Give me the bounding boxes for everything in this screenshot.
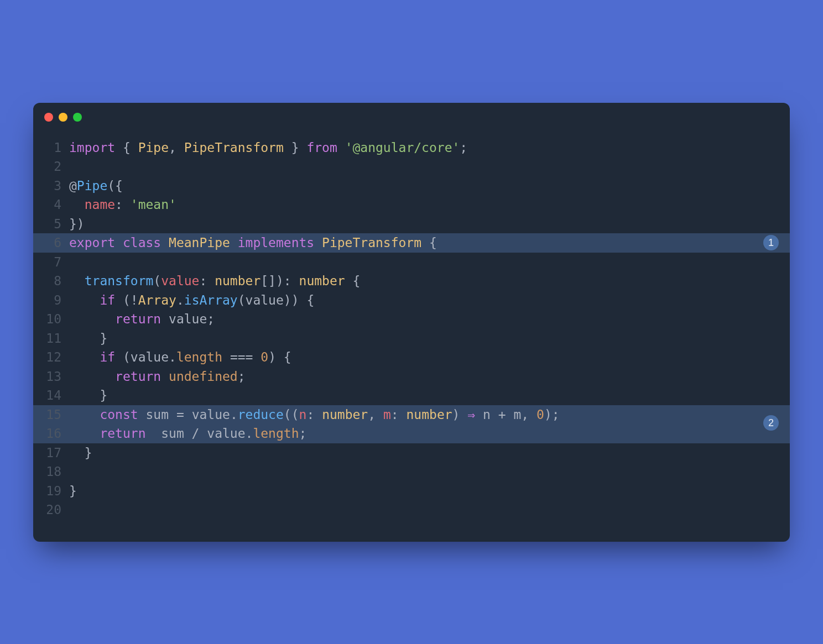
minimize-button[interactable] — [59, 113, 67, 122]
window-titlebar — [33, 103, 790, 127]
line-content: return undefined; — [69, 367, 790, 386]
line-content: } — [69, 329, 790, 348]
code-line-highlighted: 16 return sum / value.length; — [33, 424, 790, 443]
line-number: 19 — [33, 481, 69, 501]
code-line: 8 transform(value: number[]): number { — [33, 271, 790, 291]
line-number: 20 — [33, 500, 69, 520]
line-number: 18 — [33, 462, 69, 481]
code-line: 5 }) — [33, 214, 790, 234]
line-content: import { Pipe, PipeTransform } from '@an… — [69, 138, 790, 158]
line-content: name: 'mean' — [69, 195, 790, 214]
line-content: return value; — [69, 310, 790, 329]
line-content: export class MeanPipe implements PipeTra… — [69, 233, 790, 253]
line-content: }) — [69, 214, 790, 234]
code-line: 10 return value; — [33, 310, 790, 329]
line-content: const sum = value.reduce((n: number, m: … — [69, 405, 790, 425]
code-line: 11 } — [33, 329, 790, 348]
line-number: 8 — [33, 271, 69, 291]
line-number: 10 — [33, 310, 69, 329]
code-line: 2 — [33, 157, 790, 176]
code-line: 14 } — [33, 386, 790, 405]
line-number: 6 — [33, 233, 69, 253]
code-line-highlighted: 15 const sum = value.reduce((n: number, … — [33, 405, 790, 425]
close-button[interactable] — [44, 113, 53, 122]
line-number: 9 — [33, 291, 69, 310]
code-line: 19 } — [33, 481, 790, 501]
line-number: 2 — [33, 157, 69, 176]
line-content: return sum / value.length; — [69, 424, 790, 443]
code-line: 9 if (!Array.isArray(value)) { — [33, 291, 790, 310]
code-line-highlighted: 6 export class MeanPipe implements PipeT… — [33, 233, 790, 253]
line-content: } — [69, 386, 790, 405]
line-number: 3 — [33, 176, 69, 196]
annotation-badge-1: 1 — [763, 235, 779, 250]
line-content: @Pipe({ — [69, 176, 790, 196]
annotation-badge-2: 2 — [763, 415, 779, 431]
line-number: 4 — [33, 195, 69, 214]
line-number: 15 — [33, 405, 69, 425]
line-number: 17 — [33, 443, 69, 463]
line-number: 12 — [33, 348, 69, 367]
line-number: 5 — [33, 214, 69, 234]
code-line: 3 @Pipe({ — [33, 176, 790, 196]
line-number: 7 — [33, 253, 69, 272]
line-content: transform(value: number[]): number { — [69, 271, 790, 291]
code-line: 12 if (value.length === 0) { — [33, 348, 790, 367]
line-number: 14 — [33, 386, 69, 405]
line-content: if (!Array.isArray(value)) { — [69, 291, 790, 310]
line-number: 16 — [33, 424, 69, 443]
line-number: 11 — [33, 329, 69, 348]
code-line: 18 — [33, 462, 790, 481]
code-editor-window: 1 import { Pipe, PipeTransform } from '@… — [33, 103, 790, 542]
line-content: if (value.length === 0) { — [69, 348, 790, 367]
code-line: 20 — [33, 500, 790, 520]
maximize-button[interactable] — [73, 113, 82, 122]
code-line: 7 — [33, 253, 790, 272]
line-content: } — [69, 443, 790, 463]
line-number: 1 — [33, 138, 69, 158]
code-line: 1 import { Pipe, PipeTransform } from '@… — [33, 138, 790, 158]
code-line: 13 return undefined; — [33, 367, 790, 386]
line-number: 13 — [33, 367, 69, 386]
code-area[interactable]: 1 import { Pipe, PipeTransform } from '@… — [33, 127, 790, 542]
code-line: 4 name: 'mean' — [33, 195, 790, 214]
code-line: 17 } — [33, 443, 790, 463]
line-content: } — [69, 481, 790, 501]
